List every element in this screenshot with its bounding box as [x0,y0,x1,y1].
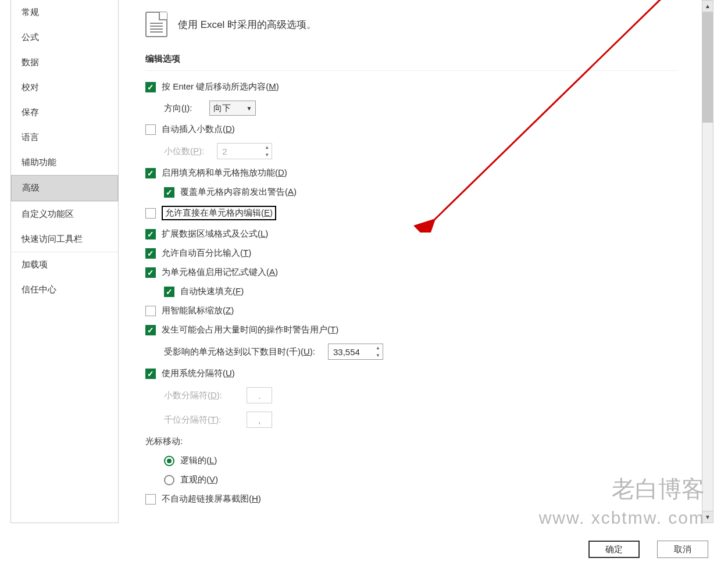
label-flashfill: 自动快速填充(F) [180,286,244,297]
checkbox-percent-entry[interactable] [145,248,156,259]
label-places: 小位数(P): [164,146,204,157]
checkbox-no-hyperlink-screenshot[interactable] [145,494,156,505]
label-fill-handle: 启用填充柄和单元格拖放功能(D) [162,167,287,178]
sidebar-item-data[interactable]: 数据 [11,50,118,75]
sidebar-item-customize-ribbon[interactable]: 自定义功能区 [11,202,118,227]
places-spinner: 2 ▲▼ [217,143,272,159]
label-system-separators: 使用系统分隔符(U) [162,368,235,379]
label-overwrite-warn: 覆盖单元格内容前发出警告(A) [180,187,297,198]
sidebar-item-addins[interactable]: 加载项 [11,252,118,277]
checkbox-autocomplete[interactable] [145,267,156,278]
checkbox-extend-formats[interactable] [145,229,156,239]
checkbox-system-separators[interactable] [145,369,156,379]
label-percent-entry: 允许自动百分比输入(T) [162,248,251,259]
label-decimal-separator: 小数分隔符(D): [164,390,234,401]
label-no-hyperlink-screenshot: 不自动超链接屏幕截图(H) [162,494,261,505]
label-visual: 直观的(V) [180,474,218,485]
section-editing-options: 编辑选项 [145,53,677,71]
checkbox-fill-handle[interactable] [145,168,156,178]
decimal-separator-input: . [247,387,272,403]
radio-visual[interactable] [164,475,174,485]
sidebar-item-save[interactable]: 保存 [11,100,118,125]
checkbox-move-after-enter[interactable] [145,82,156,92]
direction-dropdown[interactable]: 向下▼ [209,101,256,116]
vertical-scrollbar[interactable]: ▲ ▼ [702,0,713,523]
cancel-button[interactable]: 取消 [657,541,708,558]
checkbox-time-warn[interactable] [145,325,156,335]
label-edit-in-cell: 允许直接在单元格内编辑(E) [162,206,276,220]
options-sidebar: 常规 公式 数据 校对 保存 语言 辅助功能 高级 自定义功能区 快速访问工具栏… [10,0,119,523]
sidebar-item-accessibility[interactable]: 辅助功能 [11,150,118,175]
label-auto-decimal: 自动插入小数点(D) [162,124,235,135]
label-cursor-movement: 光标移动: [145,436,183,447]
sidebar-item-general[interactable]: 常规 [11,0,118,25]
checkbox-edit-in-cell[interactable] [145,208,156,219]
checkbox-flashfill[interactable] [164,287,174,297]
sidebar-item-language[interactable]: 语言 [11,125,118,150]
label-time-warn: 发生可能会占用大量时间的操作时警告用户(T) [162,324,338,335]
radio-logical[interactable] [164,456,174,466]
label-extend-formats: 扩展数据区域格式及公式(L) [162,228,268,239]
label-logical: 逻辑的(L) [180,455,217,466]
label-thousands-separator: 千位分隔符(T): [164,414,234,425]
label-move-after-enter: 按 Enter 键后移动所选内容(M) [162,81,279,92]
checkbox-intellimouse[interactable] [145,306,156,316]
sidebar-item-formulas[interactable]: 公式 [11,25,118,50]
scroll-up-icon[interactable]: ▲ [702,1,713,12]
checkbox-overwrite-warn[interactable] [164,187,174,198]
cells-affected-spinner[interactable]: 33,554 ▲▼ [328,344,383,360]
scroll-down-icon[interactable]: ▼ [702,511,713,523]
sidebar-item-proofing[interactable]: 校对 [11,75,118,100]
sidebar-item-advanced[interactable]: 高级 [11,175,118,201]
scroll-thumb[interactable] [702,12,713,123]
checkbox-auto-decimal[interactable] [145,124,156,135]
page-title: 使用 Excel 时采用的高级选项。 [178,18,316,31]
label-direction: 方向(I): [164,103,192,114]
sidebar-item-quick-access[interactable]: 快速访问工具栏 [11,227,118,252]
options-content: 使用 Excel 时采用的高级选项。 编辑选项 按 Enter 键后移动所选内容… [134,0,689,523]
label-intellimouse: 用智能鼠标缩放(Z) [162,305,234,316]
label-cells-affected: 受影响的单元格达到以下数目时(千)(U): [164,346,315,357]
ok-button[interactable]: 确定 [588,541,640,558]
sidebar-item-trust-center[interactable]: 信任中心 [11,277,118,302]
chevron-down-icon: ▼ [246,105,252,112]
document-icon [145,12,167,37]
label-autocomplete: 为单元格值启用记忆式键入(A) [162,267,278,278]
thousands-separator-input: , [247,412,272,428]
